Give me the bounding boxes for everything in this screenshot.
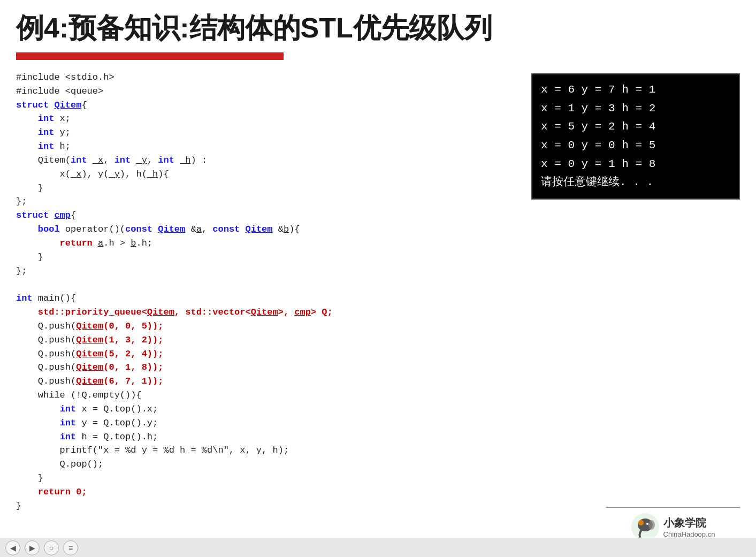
title-bar: 例4:预备知识:结构体的STL优先级队列 xyxy=(0,0,756,52)
code-area: #include <stdio.h>#include <queue>struct… xyxy=(16,71,510,513)
right-column: x = 6 y = 7 h = 1x = 1 y = 3 h = 2x = 5 … xyxy=(531,71,740,513)
code-line: } xyxy=(16,471,510,485)
logo-icon xyxy=(631,513,659,541)
hr-line xyxy=(606,507,740,508)
logo-area: 小象学院 ChinaHadoop.cn xyxy=(606,507,740,541)
page-title: 例4:预备知识:结构体的STL优先级队列 xyxy=(16,10,740,47)
code-line: int y = Q.top().y; xyxy=(16,416,510,430)
code-line: }; xyxy=(16,264,510,278)
code-line: Qitem(int _x, int _y, int _h) : xyxy=(16,154,510,167)
code-line: Q.push(Qitem(1, 3, 2)); xyxy=(16,333,510,347)
code-line: int h = Q.top().h; xyxy=(16,430,510,444)
code-line: Q.pop(); xyxy=(16,457,510,471)
code-line: int h; xyxy=(16,140,510,154)
terminal-output: x = 6 y = 7 h = 1x = 1 y = 3 h = 2x = 5 … xyxy=(531,73,740,200)
code-line: int y; xyxy=(16,126,510,140)
svg-point-4 xyxy=(638,520,644,525)
code-line: struct Qitem{ xyxy=(16,98,510,112)
toolbar-btn-home[interactable]: ○ xyxy=(44,540,59,555)
code-line: return a.h > b.h; xyxy=(16,236,510,250)
terminal-line: x = 5 y = 2 h = 4 xyxy=(541,118,730,136)
svg-point-2 xyxy=(646,523,648,525)
toolbar-btn-back[interactable]: ◀ xyxy=(5,540,20,555)
code-line: } xyxy=(16,250,510,264)
code-line: #include <queue> xyxy=(16,85,510,98)
code-line: while (!Q.empty()){ xyxy=(16,388,510,402)
main-content: #include <stdio.h>#include <queue>struct… xyxy=(0,71,756,513)
code-line: return 0; xyxy=(16,485,510,499)
code-line: }; xyxy=(16,195,510,209)
toolbar-btn-forward[interactable]: ▶ xyxy=(25,540,40,555)
code-line: } xyxy=(16,499,510,513)
logo-name: 小象学院 xyxy=(663,516,715,530)
logo-site: ChinaHadoop.cn xyxy=(663,530,715,538)
code-line: #include <stdio.h> xyxy=(16,71,510,85)
code-line: int main(){ xyxy=(16,292,510,306)
code-line: int x; xyxy=(16,112,510,126)
code-line: printf("x = %d y = %d h = %d\n", x, y, h… xyxy=(16,444,510,457)
code-line: Q.push(Qitem(6, 7, 1)); xyxy=(16,375,510,388)
code-line: int x = Q.top().x; xyxy=(16,402,510,416)
code-line: } xyxy=(16,181,510,195)
code-line: Q.push(Qitem(0, 1, 8)); xyxy=(16,361,510,375)
terminal-line: 请按任意键继续. . . xyxy=(541,173,730,192)
code-line: struct cmp{ xyxy=(16,209,510,223)
code-line: Q.push(Qitem(5, 2, 4)); xyxy=(16,347,510,361)
code-line: bool operator()(const Qitem &a, const Qi… xyxy=(16,223,510,236)
terminal-line: x = 0 y = 1 h = 8 xyxy=(541,155,730,174)
code-line: x(_x), y(_y), h(_h){ xyxy=(16,167,510,181)
code-line: std::priority_queue<Qitem, std::vector<Q… xyxy=(16,306,510,319)
terminal-line: x = 1 y = 3 h = 2 xyxy=(541,100,730,118)
code-line xyxy=(16,278,510,292)
toolbar-btn-menu[interactable]: ≡ xyxy=(63,540,78,555)
red-divider xyxy=(16,52,284,60)
page-container: 例4:预备知识:结构体的STL优先级队列 #include <stdio.h>#… xyxy=(0,0,756,557)
terminal-line: x = 0 y = 0 h = 5 xyxy=(541,136,730,155)
code-line: Q.push(Qitem(0, 0, 5)); xyxy=(16,319,510,333)
terminal-line: x = 6 y = 7 h = 1 xyxy=(541,81,730,100)
svg-point-3 xyxy=(648,520,655,530)
bottom-toolbar: ◀ ▶ ○ ≡ xyxy=(0,538,756,557)
